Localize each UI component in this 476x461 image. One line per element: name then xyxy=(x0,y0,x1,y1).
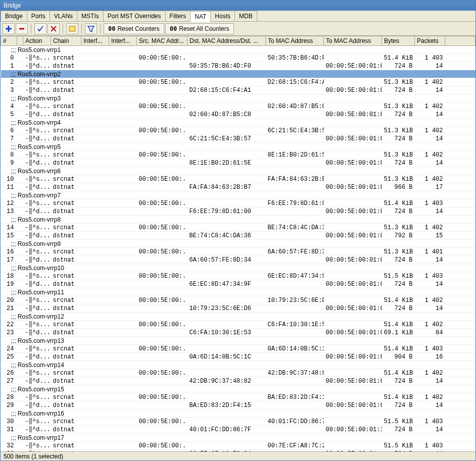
funnel-icon xyxy=(87,25,94,32)
comment-row[interactable]: ;;; Ros5.com-vrrp8 xyxy=(1,216,475,224)
statusbar: 500 items (1 selected) xyxy=(1,451,475,460)
reset-counters-button[interactable]: 00 Reset Counters xyxy=(104,23,164,34)
comment-row[interactable]: ;;; Ros5.com-vrrp10 xyxy=(1,264,475,272)
tab-bridge[interactable]: Bridge xyxy=(1,11,27,21)
table-row[interactable]: 31-‖^d...dstnat40:01:FC:DD:86:7F00:00:5E… xyxy=(1,426,475,434)
comment-button[interactable] xyxy=(66,23,78,34)
table-row[interactable]: 22-‖^s...srcnat00:00:5E:00:...C6:FA:10:3… xyxy=(1,321,475,329)
table-row[interactable]: 18-‖^s...srcnat00:00:5E:00:...6E:EC:8D:4… xyxy=(1,272,475,280)
table-row[interactable]: 30-‖^s...srcnat00:00:5E:00:...40:01:FC:D… xyxy=(1,418,475,426)
enable-button[interactable] xyxy=(34,23,46,34)
plus-icon xyxy=(5,25,12,32)
table-row[interactable]: 12-‖^s...srcnat00:00:5E:00:...F6:EE:79:8… xyxy=(1,199,475,208)
counter-00-icon: 00 xyxy=(170,25,177,32)
tab-nat[interactable]: NAT xyxy=(190,11,211,22)
tab-hosts[interactable]: Hosts xyxy=(210,11,235,21)
table-row[interactable]: 6-‖^s...srcnat00:00:5E:00:...6C:21:5C:E4… xyxy=(1,127,475,135)
comment-row[interactable]: ;;; Ros5.com-vrrp13 xyxy=(1,337,475,345)
reset-all-counters-label: Reset All Counters xyxy=(179,25,229,32)
column-header[interactable]: To MAC Address xyxy=(324,36,382,46)
table-row[interactable]: 0-‖^s...srcnat00:00:5E:00:...50:35:7B:B6… xyxy=(1,54,475,62)
comment-row[interactable]: ;;; Ros5.com-vrrp4 xyxy=(1,119,475,127)
table-row[interactable]: 1-‖^d...dstnat50:35:7B:B6:4D:F000:00:5E:… xyxy=(1,62,475,70)
tab-filters[interactable]: Filters xyxy=(165,11,191,21)
table-row[interactable]: 21-‖^d...dstnat10:79:23:5C:6E:D600:00:5E… xyxy=(1,304,475,313)
titlebar[interactable]: Bridge xyxy=(1,1,475,11)
table-row[interactable]: 24-‖^s...srcnat00:00:5E:00:...0A:6D:14:0… xyxy=(1,345,475,353)
comment-row[interactable]: ;;; Ros5.com-vrrp14 xyxy=(1,361,475,369)
window-title: Bridge xyxy=(4,2,21,9)
column-header[interactable]: Interf... xyxy=(81,36,109,46)
column-header[interactable]: Action xyxy=(23,36,51,46)
tabbar: BridgePortsVLANsMSTIsPort MST OverridesF… xyxy=(1,11,475,22)
table-wrap[interactable]: #ActionChainInterf...Interf...Src. MAC A… xyxy=(1,36,475,451)
tab-mdb[interactable]: MDB xyxy=(234,11,257,21)
table-row[interactable]: 33-‖^d...dstnat00:7E:CF:A8:7C:2400:00:5E… xyxy=(1,450,475,452)
svg-rect-0 xyxy=(69,26,75,31)
column-header[interactable]: Packets xyxy=(415,36,445,46)
reset-counters-label: Reset Counters xyxy=(117,25,159,32)
table-row[interactable]: 14-‖^s...srcnat00:00:5E:00:...BE:74:C8:4… xyxy=(1,224,475,232)
header-row: #ActionChainInterf...Interf...Src. MAC A… xyxy=(1,36,475,46)
tab-port-mst-overrides[interactable]: Port MST Overrides xyxy=(103,11,166,21)
toolbar: 00 Reset Counters 00 Reset All Counters xyxy=(1,22,475,36)
table-row[interactable]: 13-‖^d...dstnatF6:EE:79:8D:61:0000:00:5E… xyxy=(1,208,475,216)
comment-row[interactable]: ;;; Ros5.com-vrrp3 xyxy=(1,94,475,103)
note-icon xyxy=(69,26,76,32)
table-row[interactable]: 23-‖^d...dstnatC6:FA:10:30:1E:5300:00:5E… xyxy=(1,329,475,337)
table-row[interactable]: 15-‖^d...dstnatBE:74:C8:4C:DA:3600:00:5E… xyxy=(1,232,475,240)
table-row[interactable]: 19-‖^d...dstnat6E:EC:8D:47:34:9F00:00:5E… xyxy=(1,280,475,288)
bridge-window: Bridge BridgePortsVLANsMSTIsPort MST Ove… xyxy=(0,0,476,461)
column-header[interactable]: # xyxy=(1,36,17,46)
comment-row[interactable]: ;;; Ros5.com-vrrp7 xyxy=(1,191,475,199)
comment-row[interactable]: ;;; Ros5.com-vrrp9 xyxy=(1,240,475,248)
table-row[interactable]: 29-‖^d...dstnatBA:ED:83:2D:F4:1500:00:5E… xyxy=(1,401,475,409)
table-row[interactable]: 26-‖^s...srcnat00:00:5E:00:...42:DB:9C:3… xyxy=(1,369,475,377)
separator-icon xyxy=(100,24,101,34)
comment-row[interactable]: ;;; Ros5.com-vrrp11 xyxy=(1,288,475,296)
table-row[interactable]: 3-‖^d...dstnatD2:68:15:C6:F4:A100:00:5E:… xyxy=(1,86,475,94)
table-row[interactable]: 11-‖^d...dstnatFA:FA:84:63:2B:B700:00:5E… xyxy=(1,183,475,191)
comment-row[interactable]: ;;; Ros5.com-vrrp2 xyxy=(1,70,475,78)
table-row[interactable]: 9-‖^d...dstnat8E:1E:B0:2D:61:5E00:00:5E:… xyxy=(1,159,475,167)
comment-row[interactable]: ;;; Ros5.com-vrrp16 xyxy=(1,409,475,418)
table-row[interactable]: 4-‖^s...srcnat00:00:5E:00:...02:60:4D:87… xyxy=(1,103,475,111)
column-header[interactable]: Chain xyxy=(51,36,81,46)
disable-button[interactable] xyxy=(47,23,60,34)
tab-vlans[interactable]: VLANs xyxy=(50,11,77,21)
comment-row[interactable]: ;;; Ros5.com-vrrp1 xyxy=(1,46,475,54)
comment-row[interactable]: ;;; Ros5.com-vrrp15 xyxy=(1,385,475,393)
x-icon xyxy=(50,25,57,32)
table-row[interactable]: 5-‖^d...dstnat02:60:4D:87:B5:C800:00:5E:… xyxy=(1,111,475,119)
comment-row[interactable]: ;;; Ros5.com-vrrp12 xyxy=(1,313,475,321)
comment-row[interactable]: ;;; Ros5.com-vrrp6 xyxy=(1,167,475,175)
counter-00-icon: 00 xyxy=(108,25,115,32)
table-row[interactable]: 16-‖^s...srcnat00:00:5E:00:...6A:60:57:F… xyxy=(1,248,475,256)
table-row[interactable]: 17-‖^d...dstnat6A:60:57:FE:8D:3400:00:5E… xyxy=(1,256,475,264)
table-row[interactable]: 28-‖^s...srcnat00:00:5E:00:...BA:ED:83:2… xyxy=(1,393,475,401)
tab-ports[interactable]: Ports xyxy=(27,11,50,21)
table-row[interactable]: 8-‖^s...srcnat00:00:5E:00:...8E:1E:B0:2D… xyxy=(1,151,475,159)
add-button[interactable] xyxy=(3,23,15,34)
filter-button[interactable] xyxy=(85,23,97,34)
column-header[interactable]: Dst. MAC Address/Dst. ... xyxy=(187,36,266,46)
table-row[interactable]: 32-‖^s...srcnat00:00:5E:00:...00:7E:CF:A… xyxy=(1,442,475,450)
column-header[interactable]: Interf... xyxy=(109,36,137,46)
table-row[interactable]: 2-‖^s...srcnat00:00:5E:00:...D2:68:15:C6… xyxy=(1,78,475,86)
remove-button[interactable] xyxy=(16,23,28,34)
table-row[interactable]: 27-‖^d...dstnat42:DB:9C:37:48:8200:00:5E… xyxy=(1,377,475,385)
column-header[interactable] xyxy=(17,36,23,46)
reset-all-counters-button[interactable]: 00 Reset All Counters xyxy=(165,23,234,34)
table-row[interactable]: 10-‖^s...srcnat00:00:5E:00:...FA:FA:84:6… xyxy=(1,175,475,183)
column-header[interactable]: To MAC Address xyxy=(266,36,324,46)
table-row[interactable]: 25-‖^d...dstnat0A:6D:14:0B:5C:1C00:00:5E… xyxy=(1,353,475,361)
table-row[interactable]: 7-‖^d...dstnat6C:21:5C:E4:3B:5700:00:5E:… xyxy=(1,135,475,143)
comment-row[interactable]: ;;; Ros5.com-vrrp5 xyxy=(1,143,475,151)
column-header[interactable]: Bytes xyxy=(382,36,415,46)
comment-row[interactable]: ;;; Ros5.com-vrrp17 xyxy=(1,434,475,442)
column-header[interactable]: Src. MAC Addr... xyxy=(137,36,187,46)
table-row[interactable]: 20-‖^s...srcnat00:00:5E:00:...10:79:23:5… xyxy=(1,296,475,304)
check-icon xyxy=(37,25,44,32)
tab-mstis[interactable]: MSTIs xyxy=(77,11,104,21)
separator-icon xyxy=(63,24,63,34)
